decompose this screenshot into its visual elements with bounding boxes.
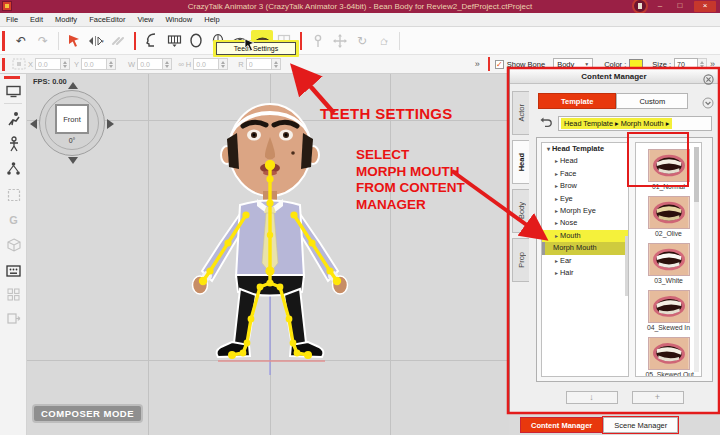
transform-grid-icon bbox=[10, 53, 28, 75]
prop-cube-icon[interactable] bbox=[5, 236, 22, 253]
teeth-panel-icon[interactable] bbox=[163, 30, 185, 52]
tab-content-manager[interactable]: Content Manager bbox=[520, 417, 603, 433]
item-02-olive[interactable]: 02_Olive bbox=[646, 196, 692, 237]
maximize-button[interactable]: □ bbox=[672, 1, 688, 12]
item-05-skewed-out[interactable]: 05_Skewed Out bbox=[646, 337, 692, 377]
main-toolbar: ↶ ↷ ▾ ↻ ⌂▾ bbox=[0, 27, 720, 55]
template-tree: ▾Head Template ▸Head ▸Face ▸Brow ▸Eye ▸M… bbox=[541, 142, 629, 377]
toolbar-overflow-icon[interactable]: » bbox=[472, 59, 483, 69]
camera-view-label[interactable]: Front bbox=[55, 104, 89, 134]
select-cursor-icon[interactable] bbox=[63, 30, 85, 52]
item-04-skewed-in[interactable]: 04_Skewed In bbox=[646, 290, 692, 331]
keypad-panel-icon[interactable] bbox=[5, 262, 22, 279]
breadcrumb[interactable]: Head Template ▸ Morph Mouth ▸ bbox=[558, 116, 712, 131]
bone-hierarchy-icon[interactable] bbox=[5, 160, 22, 177]
orbit-up-icon[interactable] bbox=[68, 82, 78, 89]
g-tool-icon[interactable]: G bbox=[5, 211, 22, 228]
undo-icon[interactable]: ↶ bbox=[10, 30, 32, 52]
tree-nose[interactable]: ▸Nose bbox=[542, 217, 628, 229]
h-stepper[interactable] bbox=[219, 58, 228, 70]
item-01-normal[interactable]: 01_Normal bbox=[646, 149, 692, 190]
toolbar-accent bbox=[2, 58, 5, 71]
template-custom-tabs: Template Custom bbox=[538, 93, 688, 109]
tree-head-template[interactable]: ▾Head Template bbox=[542, 143, 628, 155]
toolbar-accent bbox=[2, 31, 5, 51]
sprite-box-icon[interactable] bbox=[5, 186, 22, 203]
tab-scene-manager[interactable]: Scene Manager bbox=[603, 417, 678, 433]
camera-orbit-widget[interactable]: Front 0° bbox=[39, 90, 105, 156]
face-profile-icon[interactable] bbox=[141, 30, 163, 52]
back-icon[interactable] bbox=[540, 114, 553, 132]
tree-eye[interactable]: ▸Eye bbox=[542, 193, 628, 205]
close-button[interactable]: × bbox=[694, 1, 716, 12]
w-input[interactable] bbox=[137, 58, 163, 70]
rotate-tool-icon[interactable]: ↻ bbox=[351, 30, 373, 52]
minimize-button[interactable]: – bbox=[652, 1, 668, 12]
tree-head[interactable]: ▸Head bbox=[542, 155, 628, 167]
tab-head[interactable]: Head bbox=[512, 140, 529, 184]
h-input[interactable] bbox=[193, 58, 219, 70]
menu-help[interactable]: Help bbox=[198, 13, 225, 27]
tab-template[interactable]: Template bbox=[538, 93, 616, 109]
add-content-button[interactable]: + bbox=[632, 391, 684, 404]
stage-viewport[interactable]: FPS: 0.00 Front 0° bbox=[27, 74, 509, 435]
apply-down-button[interactable]: ↓ bbox=[566, 391, 618, 404]
stage-view-icon[interactable] bbox=[5, 83, 22, 100]
panel-title: Content Manager bbox=[510, 69, 718, 84]
y-input[interactable] bbox=[81, 58, 107, 70]
collapse-chevron-icon[interactable] bbox=[702, 95, 714, 113]
grid-dots-icon[interactable] bbox=[5, 286, 22, 303]
bone-pin-icon[interactable] bbox=[307, 30, 329, 52]
flip-horizontal-icon[interactable]: ▾ bbox=[85, 30, 107, 52]
character-mr-bean[interactable] bbox=[190, 95, 350, 375]
content-manager-panel: Content Manager Actor Head Body Prop Tem… bbox=[509, 68, 719, 413]
tab-body[interactable]: Body bbox=[512, 189, 529, 233]
tree-brow[interactable]: ▸Brow bbox=[542, 180, 628, 192]
menu-faceeditor[interactable]: FaceEditor bbox=[83, 13, 131, 27]
tree-hair[interactable]: ▸Hair bbox=[542, 267, 628, 279]
tab-custom[interactable]: Custom bbox=[616, 93, 688, 109]
x-input[interactable] bbox=[35, 58, 61, 70]
window-title: CrazyTalk Animator 3 (CrazyTalk Animator… bbox=[0, 0, 720, 13]
title-bar: CrazyTalk Animator 3 (CrazyTalk Animator… bbox=[0, 0, 720, 13]
menu-window[interactable]: Window bbox=[160, 13, 199, 27]
menu-file[interactable]: File bbox=[0, 13, 24, 27]
link-tool-icon[interactable] bbox=[107, 30, 129, 52]
tree-mouth[interactable]: ▸Mouth bbox=[542, 230, 628, 242]
move-tool-icon[interactable] bbox=[329, 30, 351, 52]
tree-ear[interactable]: ▸Ear bbox=[542, 255, 628, 267]
y-stepper[interactable] bbox=[107, 58, 116, 70]
actor-motion-icon[interactable] bbox=[5, 110, 22, 127]
menu-edit[interactable]: Edit bbox=[24, 13, 49, 27]
mouse-cursor-icon bbox=[244, 38, 255, 56]
w-stepper[interactable] bbox=[163, 58, 172, 70]
tree-face[interactable]: ▸Face bbox=[542, 168, 628, 180]
tab-actor[interactable]: Actor bbox=[512, 91, 529, 135]
orbit-down-icon[interactable] bbox=[68, 157, 78, 164]
menu-modify[interactable]: Modify bbox=[49, 13, 83, 27]
r-stepper[interactable] bbox=[272, 58, 281, 70]
redo-icon[interactable]: ↷ bbox=[32, 30, 54, 52]
character-rig-icon[interactable] bbox=[5, 135, 22, 152]
composer-mode-badge: COMPOSER MODE bbox=[32, 404, 143, 423]
panel-options-icon[interactable] bbox=[703, 71, 714, 89]
category-tabs: Actor Head Body Prop bbox=[512, 91, 529, 287]
tree-morph-mouth[interactable]: Morph Mouth bbox=[542, 242, 628, 254]
head-icon[interactable] bbox=[185, 30, 207, 52]
menu-view[interactable]: View bbox=[131, 13, 159, 27]
r-input[interactable] bbox=[246, 58, 272, 70]
link-wh-icon[interactable]: ∞ bbox=[178, 60, 184, 69]
x-stepper[interactable] bbox=[61, 58, 70, 70]
tab-prop[interactable]: Prop bbox=[512, 238, 529, 282]
export-panel-icon[interactable] bbox=[5, 310, 22, 327]
home-pose-icon[interactable]: ⌂▾ bbox=[373, 30, 395, 52]
orbit-right-icon[interactable] bbox=[107, 119, 114, 129]
orbit-left-icon[interactable] bbox=[30, 119, 37, 129]
tree-morph-eye[interactable]: ▸Morph Eye bbox=[542, 205, 628, 217]
w-field: W bbox=[128, 58, 172, 70]
tree-scrollbar[interactable] bbox=[625, 236, 629, 296]
show-bone-checkbox[interactable]: ✓ bbox=[495, 60, 504, 69]
item-03-white[interactable]: 03_White bbox=[646, 243, 692, 284]
teeth-settings-tooltip: Teeth Settings bbox=[216, 42, 296, 55]
thumbnail-scrollbar[interactable] bbox=[694, 147, 699, 372]
